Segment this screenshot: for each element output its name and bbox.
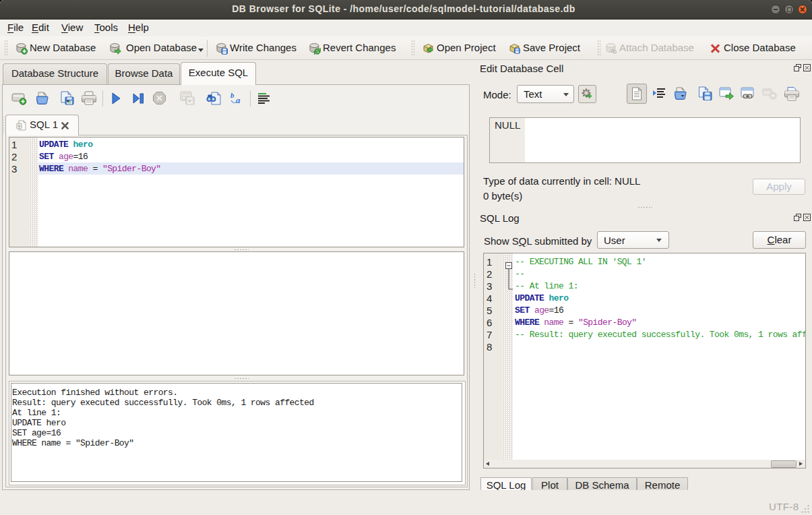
svg-text:a: a bbox=[236, 95, 241, 105]
svg-text:b: b bbox=[230, 92, 235, 99]
